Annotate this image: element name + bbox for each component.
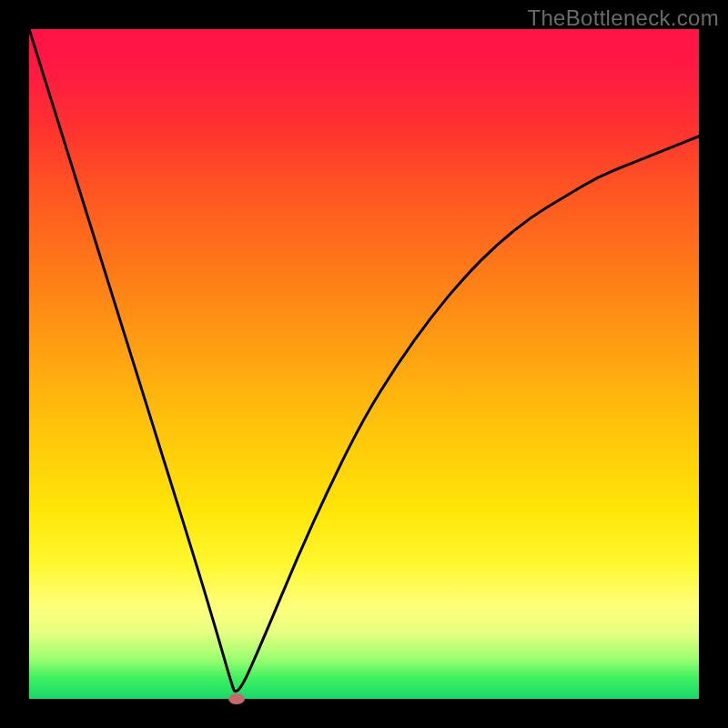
optimal-marker — [228, 693, 245, 704]
plot-area — [29, 29, 699, 699]
curve-svg — [29, 29, 699, 699]
curve-path — [29, 29, 699, 692]
watermark: TheBottleneck.com — [527, 5, 719, 31]
chart-frame: TheBottleneck.com — [0, 0, 728, 728]
